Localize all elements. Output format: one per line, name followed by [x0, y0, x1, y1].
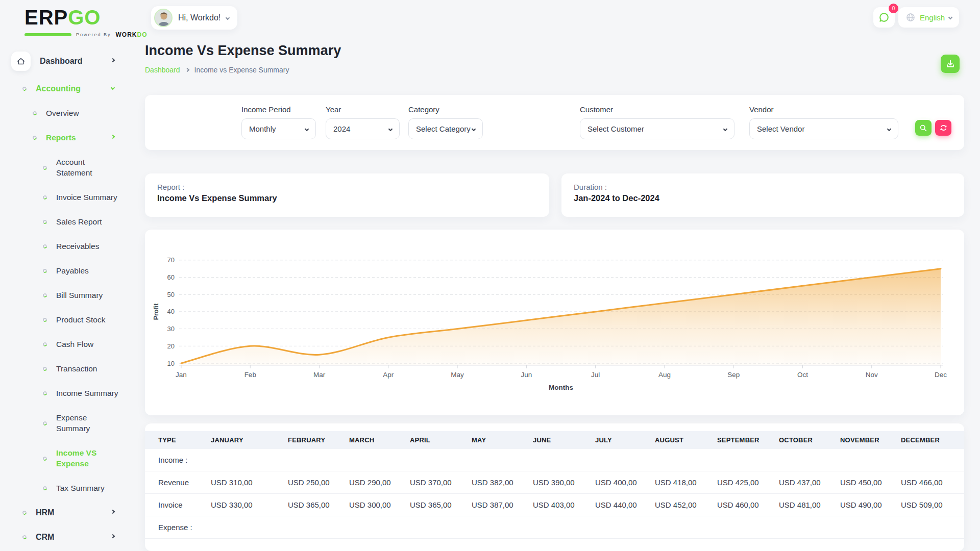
chevron-right-icon	[111, 58, 115, 62]
chat-bubble-icon	[878, 12, 890, 23]
row-value: USD 310,00	[211, 471, 288, 494]
sidebar-item-label: Income VS Expense	[56, 448, 103, 469]
sidebar-item-label: Dashboard	[40, 56, 83, 67]
row-value: USD 365,00	[410, 494, 472, 516]
chevron-down-icon	[723, 127, 727, 131]
filter-panel: Income PeriodMonthlyYear2024CategorySele…	[145, 95, 964, 150]
sidebar-item-transaction[interactable]: Transaction	[0, 357, 122, 381]
svg-text:40: 40	[167, 308, 175, 315]
sidebar-item-account-statement[interactable]: Account Statement	[0, 150, 122, 185]
row-type: Invoice	[145, 494, 211, 516]
chevron-down-icon	[305, 127, 309, 131]
sidebar-item-tax-summary[interactable]: Tax Summary	[0, 476, 122, 500]
avatar	[154, 9, 173, 27]
sidebar-item-payables[interactable]: Payables	[0, 259, 122, 283]
filter-label: Customer	[580, 105, 734, 114]
bullet-icon	[42, 268, 47, 273]
sidebar-item-crm[interactable]: CRM	[0, 525, 122, 549]
income-expense-table-card: TYPEJANUARYFEBRUARYMARCHAPRILMAYJUNEJULY…	[145, 423, 964, 551]
bullet-icon	[32, 111, 37, 116]
bullet-icon	[42, 195, 47, 200]
sidebar-item-hrm[interactable]: HRM	[0, 500, 122, 525]
table-header-may: MAY	[472, 431, 533, 449]
customer-select[interactable]: Select Customer	[580, 118, 734, 139]
income-period-select[interactable]: Monthly	[241, 118, 316, 139]
duration-label: Duration :	[574, 183, 952, 191]
download-button[interactable]	[941, 55, 960, 73]
sidebar-item-cash-flow[interactable]: Cash Flow	[0, 332, 122, 357]
user-menu[interactable]: Hi, Workdo!	[151, 6, 237, 30]
logo-text: ERPGO	[24, 7, 148, 28]
row-value: USD 330,00	[211, 494, 288, 516]
income-expense-table: TYPEJANUARYFEBRUARYMARCHAPRILMAYJUNEJULY…	[145, 431, 964, 539]
bullet-icon	[22, 535, 27, 540]
chevron-down-icon	[226, 16, 230, 20]
filter-label: Income Period	[241, 105, 316, 114]
bullet-icon	[32, 135, 37, 140]
filter-field-income-period: Income PeriodMonthly	[241, 105, 316, 139]
svg-text:Jul: Jul	[591, 371, 600, 379]
row-value: USD 460,00	[717, 494, 779, 516]
chevron-down-icon	[111, 86, 115, 90]
svg-text:Mar: Mar	[313, 371, 326, 379]
app-logo[interactable]: ERPGO Powered By WORKDO	[24, 7, 148, 38]
sidebar-item-label: Invoice Summary	[56, 192, 117, 203]
row-value: USD 466,00	[901, 471, 964, 494]
sidebar-item-accounting[interactable]: Accounting	[0, 77, 122, 101]
row-value: USD 509,00	[901, 494, 964, 516]
search-button[interactable]	[915, 120, 932, 136]
language-selector[interactable]: English	[898, 7, 959, 28]
sidebar-item-reports[interactable]: Reports	[0, 126, 122, 150]
sidebar-item-income-vs-expense[interactable]: Income VS Expense	[0, 441, 122, 476]
sidebar-item-receivables[interactable]: Receivables	[0, 234, 122, 259]
sidebar-item-label: Accounting	[36, 83, 81, 94]
sidebar-item-label: Receivables	[56, 241, 99, 252]
svg-text:Jun: Jun	[521, 371, 532, 379]
svg-text:Profit: Profit	[153, 303, 160, 320]
duration-card: Duration : Jan-2024 to Dec-2024	[561, 173, 964, 217]
sidebar-item-sales-report[interactable]: Sales Report	[0, 210, 122, 234]
row-value: USD 440,00	[595, 494, 655, 516]
bullet-icon	[42, 317, 47, 322]
filter-label: Vendor	[749, 105, 898, 114]
bullet-icon	[42, 456, 47, 461]
report-value: Income Vs Expense Summary	[157, 193, 537, 203]
chevron-down-icon	[887, 127, 891, 131]
row-value: USD 250,00	[288, 471, 349, 494]
breadcrumb-dashboard-link[interactable]: Dashboard	[145, 66, 180, 74]
sidebar-item-income-summary[interactable]: Income Summary	[0, 381, 122, 406]
sidebar-item-bill-summary[interactable]: Bill Summary	[0, 283, 122, 308]
chevron-down-icon	[388, 127, 393, 131]
row-value: USD 403,00	[533, 494, 595, 516]
svg-text:Feb: Feb	[244, 371, 256, 379]
messages-button[interactable]: 0	[873, 7, 895, 28]
table-header-february: FEBRUARY	[288, 431, 349, 449]
income-expense-chart-card: 10203040506070JanFebMarAprMayJunJulAugSe…	[145, 230, 964, 415]
sidebar-item-label: Product Stock	[56, 315, 106, 325]
table-row-invoice: InvoiceUSD 330,00USD 365,00USD 300,00USD…	[145, 494, 964, 516]
table-header-november: NOVEMBER	[840, 431, 901, 449]
reset-button[interactable]	[935, 120, 951, 136]
search-icon	[919, 124, 927, 132]
sidebar-item-overview[interactable]: Overview	[0, 101, 122, 126]
year-select[interactable]: 2024	[326, 118, 400, 139]
table-header-october: OCTOBER	[779, 431, 840, 449]
sidebar: DashboardAccountingOverviewReportsAccoun…	[0, 49, 122, 549]
report-card: Report : Income Vs Expense Summary	[145, 173, 549, 217]
sidebar-item-label: Overview	[46, 108, 79, 119]
svg-text:10: 10	[167, 360, 175, 367]
sidebar-item-dashboard[interactable]: Dashboard	[0, 49, 122, 73]
svg-text:20: 20	[167, 342, 175, 350]
sidebar-item-invoice-summary[interactable]: Invoice Summary	[0, 185, 122, 210]
page-title: Income Vs Expense Summary	[145, 43, 341, 59]
bullet-icon	[42, 366, 47, 371]
table-header-row: TYPEJANUARYFEBRUARYMARCHAPRILMAYJUNEJULY…	[145, 431, 964, 449]
category-select[interactable]: Select Category	[408, 118, 483, 139]
sidebar-item-expense-summary[interactable]: Expense Summary	[0, 406, 122, 441]
svg-text:Dec: Dec	[935, 371, 947, 379]
sidebar-item-product-stock[interactable]: Product Stock	[0, 308, 122, 332]
vendor-select[interactable]: Select Vendor	[749, 118, 898, 139]
bullet-icon	[42, 219, 47, 224]
chevron-right-icon	[111, 534, 115, 538]
bullet-icon	[22, 86, 27, 91]
